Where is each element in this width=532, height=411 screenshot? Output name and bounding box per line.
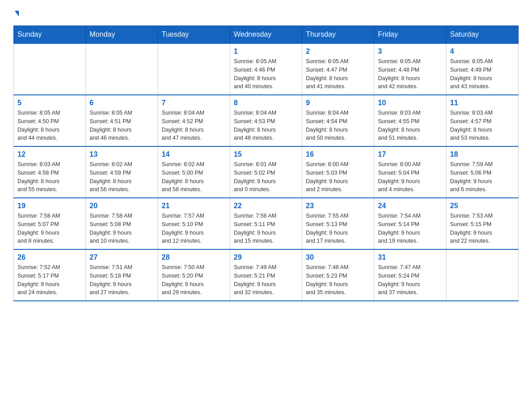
calendar-cell: 2Sunrise: 8:05 AM Sunset: 4:47 PM Daylig… xyxy=(302,43,374,95)
calendar-cell: 3Sunrise: 8:05 AM Sunset: 4:48 PM Daylig… xyxy=(374,43,446,95)
day-info: Sunrise: 8:05 AM Sunset: 4:49 PM Dayligh… xyxy=(450,57,515,91)
day-number: 13 xyxy=(90,150,154,158)
calendar-cell: 7Sunrise: 8:04 AM Sunset: 4:52 PM Daylig… xyxy=(158,95,230,146)
day-number: 23 xyxy=(306,202,370,210)
day-info: Sunrise: 8:04 AM Sunset: 4:52 PM Dayligh… xyxy=(162,109,226,142)
weekday-header-sunday: Sunday xyxy=(14,26,86,44)
day-number: 6 xyxy=(90,99,154,107)
calendar-cell xyxy=(446,249,519,301)
day-number: 19 xyxy=(17,202,82,210)
day-info: Sunrise: 7:49 AM Sunset: 5:21 PM Dayligh… xyxy=(234,263,298,297)
day-info: Sunrise: 7:58 AM Sunset: 5:08 PM Dayligh… xyxy=(90,212,154,245)
calendar-cell: 19Sunrise: 7:58 AM Sunset: 5:07 PM Dayli… xyxy=(14,198,86,249)
page-header xyxy=(13,9,519,17)
day-number: 24 xyxy=(378,202,442,210)
day-info: Sunrise: 7:54 AM Sunset: 5:14 PM Dayligh… xyxy=(378,212,442,245)
day-number: 15 xyxy=(234,150,298,158)
day-number: 25 xyxy=(450,202,515,210)
day-info: Sunrise: 7:59 AM Sunset: 5:06 PM Dayligh… xyxy=(450,160,515,194)
calendar-cell: 11Sunrise: 8:03 AM Sunset: 4:57 PM Dayli… xyxy=(446,95,519,146)
weekday-header-thursday: Thursday xyxy=(302,26,374,44)
calendar-cell: 14Sunrise: 8:02 AM Sunset: 5:00 PM Dayli… xyxy=(158,146,230,198)
day-info: Sunrise: 8:03 AM Sunset: 4:55 PM Dayligh… xyxy=(378,109,442,142)
day-info: Sunrise: 7:55 AM Sunset: 5:13 PM Dayligh… xyxy=(306,212,370,245)
day-number: 31 xyxy=(378,253,442,261)
day-info: Sunrise: 8:04 AM Sunset: 4:54 PM Dayligh… xyxy=(306,109,370,142)
calendar-cell: 31Sunrise: 7:47 AM Sunset: 5:24 PM Dayli… xyxy=(374,249,446,301)
calendar-cell: 1Sunrise: 8:05 AM Sunset: 4:46 PM Daylig… xyxy=(230,43,302,95)
day-number: 30 xyxy=(306,253,370,261)
calendar-cell xyxy=(158,43,230,95)
day-info: Sunrise: 8:05 AM Sunset: 4:48 PM Dayligh… xyxy=(378,57,442,91)
day-number: 3 xyxy=(378,47,442,56)
calendar-cell: 4Sunrise: 8:05 AM Sunset: 4:49 PM Daylig… xyxy=(446,43,519,95)
day-info: Sunrise: 8:00 AM Sunset: 5:04 PM Dayligh… xyxy=(378,160,442,194)
day-info: Sunrise: 8:03 AM Sunset: 4:57 PM Dayligh… xyxy=(450,109,515,142)
day-info: Sunrise: 8:01 AM Sunset: 5:02 PM Dayligh… xyxy=(234,160,298,194)
weekday-header-saturday: Saturday xyxy=(446,26,519,44)
day-info: Sunrise: 7:56 AM Sunset: 5:11 PM Dayligh… xyxy=(234,212,298,245)
calendar-cell: 27Sunrise: 7:51 AM Sunset: 5:18 PM Dayli… xyxy=(86,249,158,301)
calendar-cell: 8Sunrise: 8:04 AM Sunset: 4:53 PM Daylig… xyxy=(230,95,302,146)
day-info: Sunrise: 8:02 AM Sunset: 5:00 PM Dayligh… xyxy=(162,160,226,194)
day-number: 9 xyxy=(306,99,370,107)
logo xyxy=(13,9,19,17)
day-number: 21 xyxy=(162,202,226,210)
calendar-cell: 10Sunrise: 8:03 AM Sunset: 4:55 PM Dayli… xyxy=(374,95,446,146)
calendar-week-4: 19Sunrise: 7:58 AM Sunset: 5:07 PM Dayli… xyxy=(14,198,519,249)
day-number: 1 xyxy=(234,47,298,56)
weekday-header-friday: Friday xyxy=(374,26,446,44)
day-info: Sunrise: 8:05 AM Sunset: 4:46 PM Dayligh… xyxy=(234,57,298,91)
day-number: 22 xyxy=(234,202,298,210)
calendar-week-3: 12Sunrise: 8:03 AM Sunset: 4:58 PM Dayli… xyxy=(14,146,519,198)
logo-arrow-icon xyxy=(15,11,19,17)
day-number: 11 xyxy=(450,99,515,107)
calendar-cell: 30Sunrise: 7:48 AM Sunset: 5:23 PM Dayli… xyxy=(302,249,374,301)
day-number: 28 xyxy=(162,253,226,261)
calendar-cell xyxy=(14,43,86,95)
day-number: 17 xyxy=(378,150,442,158)
day-number: 10 xyxy=(378,99,442,107)
day-info: Sunrise: 8:05 AM Sunset: 4:51 PM Dayligh… xyxy=(90,109,154,142)
calendar-cell: 20Sunrise: 7:58 AM Sunset: 5:08 PM Dayli… xyxy=(86,198,158,249)
calendar-cell: 23Sunrise: 7:55 AM Sunset: 5:13 PM Dayli… xyxy=(302,198,374,249)
calendar-cell: 25Sunrise: 7:53 AM Sunset: 5:15 PM Dayli… xyxy=(446,198,519,249)
day-info: Sunrise: 7:53 AM Sunset: 5:15 PM Dayligh… xyxy=(450,212,515,245)
day-number: 16 xyxy=(306,150,370,158)
day-number: 27 xyxy=(90,253,154,261)
day-info: Sunrise: 8:00 AM Sunset: 5:03 PM Dayligh… xyxy=(306,160,370,194)
day-number: 7 xyxy=(162,99,226,107)
calendar-cell: 29Sunrise: 7:49 AM Sunset: 5:21 PM Dayli… xyxy=(230,249,302,301)
day-info: Sunrise: 8:02 AM Sunset: 4:59 PM Dayligh… xyxy=(90,160,154,194)
day-info: Sunrise: 7:57 AM Sunset: 5:10 PM Dayligh… xyxy=(162,212,226,245)
calendar-cell: 5Sunrise: 8:05 AM Sunset: 4:50 PM Daylig… xyxy=(14,95,86,146)
weekday-header-tuesday: Tuesday xyxy=(158,26,230,44)
day-number: 2 xyxy=(306,47,370,56)
day-number: 26 xyxy=(17,253,82,261)
calendar-cell: 22Sunrise: 7:56 AM Sunset: 5:11 PM Dayli… xyxy=(230,198,302,249)
day-info: Sunrise: 8:05 AM Sunset: 4:47 PM Dayligh… xyxy=(306,57,370,91)
calendar-week-5: 26Sunrise: 7:52 AM Sunset: 5:17 PM Dayli… xyxy=(14,249,519,301)
day-info: Sunrise: 8:03 AM Sunset: 4:58 PM Dayligh… xyxy=(17,160,82,194)
day-number: 14 xyxy=(162,150,226,158)
calendar-cell: 15Sunrise: 8:01 AM Sunset: 5:02 PM Dayli… xyxy=(230,146,302,198)
weekday-header-monday: Monday xyxy=(86,26,158,44)
day-number: 18 xyxy=(450,150,515,158)
day-number: 8 xyxy=(234,99,298,107)
calendar-cell: 24Sunrise: 7:54 AM Sunset: 5:14 PM Dayli… xyxy=(374,198,446,249)
calendar-cell: 12Sunrise: 8:03 AM Sunset: 4:58 PM Dayli… xyxy=(14,146,86,198)
day-info: Sunrise: 7:48 AM Sunset: 5:23 PM Dayligh… xyxy=(306,263,370,297)
calendar-cell xyxy=(86,43,158,95)
calendar-cell: 26Sunrise: 7:52 AM Sunset: 5:17 PM Dayli… xyxy=(14,249,86,301)
weekday-header-wednesday: Wednesday xyxy=(230,26,302,44)
calendar-cell: 17Sunrise: 8:00 AM Sunset: 5:04 PM Dayli… xyxy=(374,146,446,198)
day-info: Sunrise: 7:50 AM Sunset: 5:20 PM Dayligh… xyxy=(162,263,226,297)
calendar-cell: 9Sunrise: 8:04 AM Sunset: 4:54 PM Daylig… xyxy=(302,95,374,146)
day-info: Sunrise: 8:04 AM Sunset: 4:53 PM Dayligh… xyxy=(234,109,298,142)
day-info: Sunrise: 7:51 AM Sunset: 5:18 PM Dayligh… xyxy=(90,263,154,297)
calendar-cell: 18Sunrise: 7:59 AM Sunset: 5:06 PM Dayli… xyxy=(446,146,519,198)
day-number: 29 xyxy=(234,253,298,261)
calendar-cell: 16Sunrise: 8:00 AM Sunset: 5:03 PM Dayli… xyxy=(302,146,374,198)
day-info: Sunrise: 7:47 AM Sunset: 5:24 PM Dayligh… xyxy=(378,263,442,297)
day-number: 12 xyxy=(17,150,82,158)
